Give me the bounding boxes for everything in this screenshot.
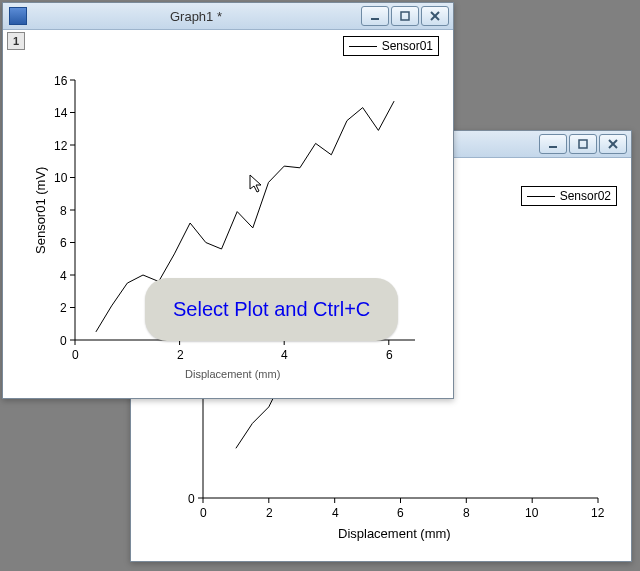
- xtick: 10: [525, 506, 538, 520]
- xtick: 4: [332, 506, 339, 520]
- titlebar-graph1[interactable]: Graph1 *: [3, 3, 453, 30]
- svg-marker-34: [250, 175, 261, 192]
- ylabel-graph1: Sensor01 (mV): [33, 167, 48, 254]
- ytick: 12: [54, 139, 67, 153]
- xtick: 6: [386, 348, 393, 362]
- maximize-button[interactable]: [569, 134, 597, 154]
- ytick: 14: [54, 106, 67, 120]
- legend-graph1[interactable]: Sensor01: [343, 36, 439, 56]
- xtick: 0: [72, 348, 79, 362]
- minimize-button[interactable]: [361, 6, 389, 26]
- xtick: 12: [591, 506, 604, 520]
- ytick: 0: [188, 492, 195, 506]
- xlabel-graph2: Displacement (mm): [338, 526, 451, 541]
- legend-label: Sensor02: [560, 189, 611, 203]
- xtick: 8: [463, 506, 470, 520]
- app-icon: [9, 7, 27, 25]
- xtick: 2: [266, 506, 273, 520]
- xtick: 2: [177, 348, 184, 362]
- cursor-icon: [250, 175, 266, 195]
- svg-rect-16: [401, 12, 409, 20]
- xtick: 0: [200, 506, 207, 520]
- plot-area-graph1[interactable]: 1 Sensor01 0 2: [5, 30, 451, 396]
- ytick: 8: [60, 204, 67, 218]
- window-graph1[interactable]: Graph1 * 1 Sensor01: [2, 2, 454, 399]
- ytick: 6: [60, 236, 67, 250]
- legend-graph2[interactable]: Sensor02: [521, 186, 617, 206]
- xlabel-graph1: Displacement (mm): [185, 368, 280, 380]
- legend-swatch: [349, 46, 377, 47]
- xtick: 4: [281, 348, 288, 362]
- window-title-graph1: Graph1 *: [33, 9, 359, 24]
- xtick: 6: [397, 506, 404, 520]
- ytick: 10: [54, 171, 67, 185]
- layer-tag[interactable]: 1: [7, 32, 25, 50]
- ytick: 16: [54, 74, 67, 88]
- ytick: 4: [60, 269, 67, 283]
- legend-swatch: [527, 196, 555, 197]
- maximize-button[interactable]: [391, 6, 419, 26]
- legend-label: Sensor01: [382, 39, 433, 53]
- ytick: 0: [60, 334, 67, 348]
- close-button[interactable]: [421, 6, 449, 26]
- minimize-button[interactable]: [539, 134, 567, 154]
- close-button[interactable]: [599, 134, 627, 154]
- ytick: 2: [60, 301, 67, 315]
- svg-rect-1: [579, 140, 587, 148]
- instruction-tooltip: Select Plot and Ctrl+C: [145, 278, 398, 341]
